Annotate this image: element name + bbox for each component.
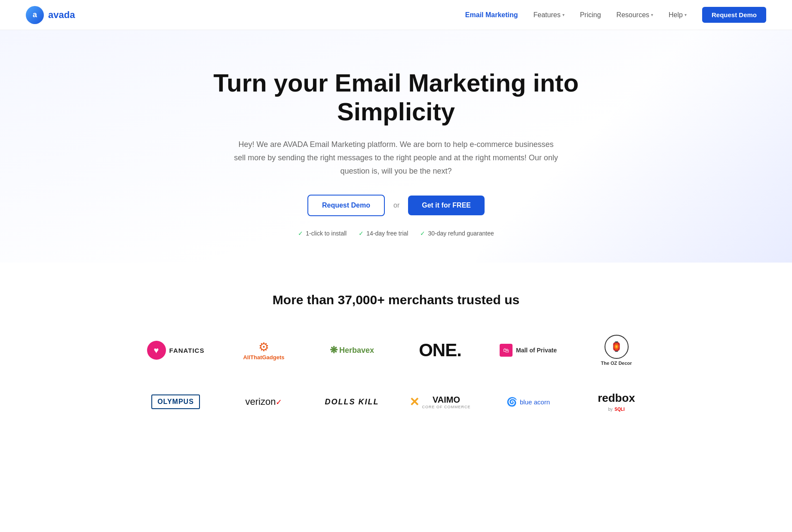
hero-content: Turn your Email Marketing into Simplicit… xyxy=(203,69,589,237)
hero-subtitle: Hey! We are AVADA Email Marketing platfo… xyxy=(233,138,559,177)
vaimo-x-icon: ✕ xyxy=(409,395,419,409)
logo-one: ONE. xyxy=(402,333,478,367)
logo-letter: a xyxy=(33,10,37,19)
blueacorn-text: blue acorn xyxy=(520,398,550,406)
logo-fanatics: ♥ FANATICS xyxy=(138,333,213,367)
navbar: a avada Email Marketing Features ▾ Prici… xyxy=(0,0,792,30)
nav-links: Email Marketing Features ▾ Pricing Resou… xyxy=(465,7,766,23)
check-icon-2: ✓ xyxy=(359,230,364,237)
logo-dolls-kill: DOLLS KILL xyxy=(314,385,390,419)
nav-resources[interactable]: Resources ▾ xyxy=(617,11,653,19)
ozdecor-circle-icon: 🏮 xyxy=(605,335,629,359)
herbavex-text: Herbavex xyxy=(339,346,374,355)
get-free-button[interactable]: Get it for FREE xyxy=(408,196,485,215)
mop-icon: 🛍 xyxy=(500,344,513,357)
help-chevron-icon: ▾ xyxy=(685,12,687,17)
logo-icon: a xyxy=(26,6,44,24)
check-icon-1: ✓ xyxy=(298,230,303,237)
badge-trial: ✓ 14-day free trial xyxy=(359,230,408,237)
hero-or-text: or xyxy=(393,202,399,209)
logo-mall-of-private: 🛍 Mall of Private xyxy=(491,333,566,367)
nav-help-label: Help xyxy=(669,11,683,19)
one-text: ONE. xyxy=(419,340,461,361)
logo-text: avada xyxy=(48,9,75,21)
check-icon-3: ✓ xyxy=(420,230,425,237)
verizon-text: verizon✓ xyxy=(246,396,282,407)
atg-icon: ⚙ xyxy=(243,340,284,354)
merchants-headline: More than 37,000+ merchants trusted us xyxy=(26,293,766,307)
hero-buttons: Request Demo or Get it for FREE xyxy=(203,195,589,216)
nav-pricing[interactable]: Pricing xyxy=(580,11,601,19)
request-demo-button[interactable]: Request Demo xyxy=(307,195,385,216)
badge-trial-text: 14-day free trial xyxy=(366,230,408,237)
logo-link[interactable]: a avada xyxy=(26,6,75,24)
merchants-section: More than 37,000+ merchants trusted us ♥… xyxy=(0,263,792,440)
logo-allthatgadgets: ⚙ AllThatGadgets xyxy=(226,333,301,367)
badge-refund-text: 30-day refund guarantee xyxy=(428,230,494,237)
redbox-main-text: redbox xyxy=(598,391,635,405)
logo-blue-acorn: 🌀 blue acorn xyxy=(491,385,566,419)
blueacorn-icon: 🌀 xyxy=(507,397,517,407)
fanatics-heart-icon: ♥ xyxy=(147,341,166,360)
vaimo-sub-text: CORE OF COMMERCE xyxy=(422,405,470,409)
logo-vaimo: ✕ VAIMO CORE OF COMMERCE xyxy=(402,385,478,419)
logo-olympus: OLYMPUS xyxy=(138,385,213,419)
badge-install: ✓ 1-click to install xyxy=(298,230,347,237)
herbavex-icon: ❋ xyxy=(330,345,338,356)
vaimo-main-text: VAIMO xyxy=(422,395,470,405)
hero-badges: ✓ 1-click to install ✓ 14-day free trial… xyxy=(203,230,589,237)
ozdecor-text: The OZ Decor xyxy=(601,361,632,366)
dollskill-text: DOLLS KILL xyxy=(325,397,379,407)
fanatics-text: FANATICS xyxy=(169,347,205,354)
atg-text: AllThatGadgets xyxy=(243,354,284,361)
logo-redbox: redbox by SQLI xyxy=(579,385,654,419)
mop-text: Mall of Private xyxy=(516,347,557,354)
logo-grid: ♥ FANATICS ⚙ AllThatGadgets ❋ Herbavex O… xyxy=(138,333,654,419)
hero-section: Turn your Email Marketing into Simplicit… xyxy=(0,30,792,263)
redbox-by-sqli: by SQLI xyxy=(598,405,635,413)
olympus-text: OLYMPUS xyxy=(151,394,200,409)
nav-features[interactable]: Features ▾ xyxy=(534,11,565,19)
badge-refund: ✓ 30-day refund guarantee xyxy=(420,230,494,237)
vaimo-text-block: VAIMO CORE OF COMMERCE xyxy=(422,395,470,409)
nav-email-marketing[interactable]: Email Marketing xyxy=(465,11,518,19)
nav-resources-label: Resources xyxy=(617,11,649,19)
logo-oz-decor: 🏮 The OZ Decor xyxy=(579,333,654,367)
nav-request-demo[interactable]: Request Demo xyxy=(702,7,766,23)
logo-herbavex: ❋ Herbavex xyxy=(314,333,390,367)
features-chevron-icon: ▾ xyxy=(562,12,565,17)
hero-headline: Turn your Email Marketing into Simplicit… xyxy=(203,69,589,126)
verizon-check-icon: ✓ xyxy=(276,398,282,407)
nav-features-label: Features xyxy=(534,11,561,19)
nav-help[interactable]: Help ▾ xyxy=(669,11,687,19)
logo-verizon: verizon✓ xyxy=(226,385,301,419)
badge-install-text: 1-click to install xyxy=(306,230,347,237)
resources-chevron-icon: ▾ xyxy=(651,12,653,17)
